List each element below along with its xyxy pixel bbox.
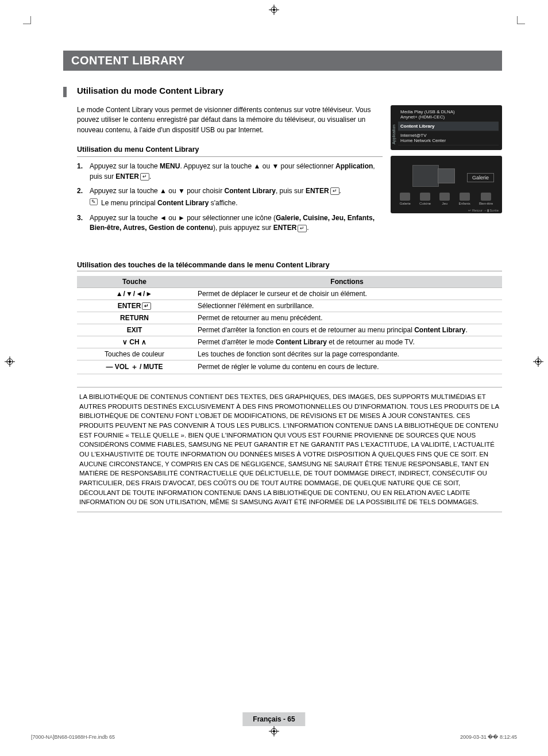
intro-paragraph: Le mode Content Library vous permet de v… (77, 105, 383, 135)
game-icon: Jeu (439, 193, 450, 205)
volume-mute-keys-icon: — VOL ＋ / MUTE (77, 360, 192, 374)
table-row: — VOL ＋ / MUTE Permet de régler le volum… (77, 360, 502, 374)
menu-category-label: Application (391, 105, 397, 148)
registration-mark-icon (5, 356, 15, 367)
enter-icon: ↵ (140, 173, 149, 181)
tv-gallery-screenshot: Galerie Galerie Cuisine Jeu Enfants Bien… (391, 156, 502, 213)
section-heading: Utilisation du mode Content Library (77, 86, 223, 95)
menu-item-selected: Content Library (398, 122, 499, 131)
note-icon: ✎ (90, 198, 98, 205)
print-metadata: [7000-NA]BN68-01988H-Fre.indb 65 2009-03… (31, 734, 517, 740)
step-number: 2. (77, 186, 90, 209)
key-cell: EXIT (77, 324, 192, 336)
svg-point-11 (537, 360, 539, 363)
svg-point-3 (273, 9, 275, 11)
svg-point-7 (9, 360, 11, 363)
screen-footer-hints: ↩ Retour →▮ Sortie (468, 208, 499, 212)
registration-mark-icon (533, 356, 543, 367)
section-marker-icon (63, 87, 67, 97)
subsection-heading: Utilisation du menu Content Library (77, 144, 383, 157)
print-file: [7000-NA]BN68-01988H-Fre.indb 65 (31, 734, 115, 740)
step-list: 1. Appuyez sur la touche MENU. Appuyez s… (77, 162, 383, 233)
key-cell: ENTER↵ (77, 300, 192, 312)
legal-disclaimer: LA BIBLIOTHÈQUE DE CONTENUS CONTIENT DES… (77, 387, 502, 512)
step-text: Appuyez sur la touche ◄ ou ► pour sélect… (90, 213, 383, 233)
step-number: 1. (77, 162, 90, 182)
fn-cell: Permet de régler le volume du contenu en… (192, 360, 502, 374)
table-row: ENTER↵ Sélectionner l'élément en surbril… (77, 300, 502, 312)
step-number: 3. (77, 213, 90, 233)
menu-item: Media Play (USB & DLNA) Anynet+ (HDMI-CE… (398, 108, 499, 122)
table-header-fn: Fonctions (192, 276, 502, 288)
fn-cell: Permet d'arrêter la fonction en cours et… (192, 324, 502, 336)
chapter-title: CONTENT LIBRARY (63, 51, 502, 71)
tv-menu-screenshot: Application Media Play (USB & DLNA) Anyn… (391, 105, 502, 150)
fn-cell: Les touches de fonction sont décrites su… (192, 348, 502, 360)
gallery-icon: Galerie (400, 193, 411, 205)
step-text: Appuyez sur la touche ▲ ou ▼ pour choisi… (90, 186, 383, 209)
gallery-thumbnail-icon (438, 168, 455, 183)
table-row: ▲/▼/◄/► Permet de déplacer le curseur et… (77, 287, 502, 300)
fn-cell: Permet d'arrêter le mode Content Library… (192, 336, 502, 348)
channel-keys-icon: ∨ CH ∧ (122, 338, 146, 346)
menu-item: Internet@TV Home Network Center (398, 131, 499, 145)
page-number: Français - 65 (242, 712, 305, 726)
kids-icon: Enfants (458, 193, 470, 205)
table-header-key: Touche (77, 276, 192, 288)
wellness-icon: Bien-être (479, 193, 493, 205)
enter-icon: ↵ (142, 302, 151, 310)
table-row: ∨ CH ∧ Permet d'arrêter le mode Content … (77, 336, 502, 348)
crop-mark-icon (517, 16, 525, 24)
enter-icon: ↵ (298, 225, 307, 232)
print-timestamp: 2009-03-31 �� 8:12:45 (460, 734, 517, 740)
subsection-heading: Utilisation des touches de la télécomman… (77, 261, 502, 271)
table-row: EXIT Permet d'arrêter la fonction en cou… (77, 324, 502, 336)
table-row: RETURN Permet de retourner au menu précé… (77, 312, 502, 324)
enter-icon: ↵ (330, 187, 339, 195)
svg-point-15 (273, 730, 275, 732)
step-text: Appuyez sur la touche MENU. Appuyez sur … (90, 162, 383, 182)
fn-cell: Permet de déplacer le curseur et de choi… (192, 287, 502, 300)
arrow-keys-icon: ▲/▼/◄/► (116, 290, 153, 298)
fn-cell: Permet de retourner au menu précédent. (192, 312, 502, 324)
crop-mark-icon (23, 16, 31, 24)
key-cell: RETURN (77, 312, 192, 324)
registration-mark-icon (269, 5, 279, 15)
gallery-selected-label: Galerie (467, 173, 494, 182)
cooking-icon: Cuisine (419, 193, 431, 205)
fn-cell: Sélectionner l'élément en surbrillance. (192, 300, 502, 312)
gallery-thumbnail-icon (412, 165, 439, 187)
table-row: Touches de couleur Les touches de foncti… (77, 348, 502, 360)
remote-functions-table: Touche Fonctions ▲/▼/◄/► Permet de dépla… (77, 276, 502, 374)
key-cell: Touches de couleur (77, 348, 192, 360)
